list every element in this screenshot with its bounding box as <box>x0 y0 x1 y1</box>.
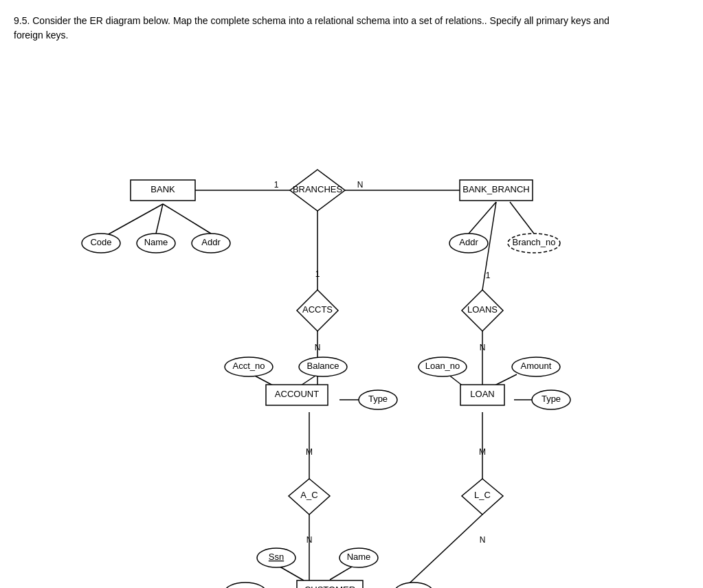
entity-account-label: ACCOUNT <box>274 389 318 399</box>
svg-line-20 <box>400 514 482 588</box>
attr-balance-label: Balance <box>306 361 339 371</box>
rel-loans-label: LOANS <box>467 304 497 315</box>
attr-code-label: Code <box>90 237 111 247</box>
er-diagram: BANK BANK_BRANCH BRANCHES ACCTS LOANS AC… <box>43 63 661 544</box>
attr-bank-addr-label: Addr <box>201 237 221 247</box>
card-lc-top-m: M <box>479 447 486 457</box>
card-loans-bottom-n: N <box>479 343 485 352</box>
attr-acct-no-label: Acct_no <box>232 361 265 371</box>
svg-line-3 <box>156 204 163 234</box>
rel-lc-label: L_C <box>474 490 491 500</box>
attr-account-type-label: Type <box>368 394 387 404</box>
card-branches-bankbranch-n: N <box>357 180 363 190</box>
attr-branch-addr-label: Addr <box>459 237 478 247</box>
card-accts-top-1: 1 <box>315 269 320 279</box>
attr-loan-no-label: Loan_no <box>425 361 460 371</box>
attr-ssn-label: Ssn <box>268 552 283 562</box>
rel-ac-label: A_C <box>300 490 317 500</box>
attr-loan-type-label: Type <box>541 394 560 404</box>
card-bank-branches-1: 1 <box>274 180 278 190</box>
svg-line-6 <box>510 202 534 234</box>
card-lc-bottom-n: N <box>479 535 485 545</box>
entity-bank-branch-label: BANK_BRANCH <box>462 184 530 194</box>
card-ac-top-m: M <box>306 447 313 457</box>
entity-customer-label: CUSTOMER <box>304 585 355 588</box>
entity-loan-label: LOAN <box>470 389 494 399</box>
card-ac-bottom-n: N <box>306 535 312 545</box>
attr-amount-label: Amount <box>520 361 551 371</box>
card-accts-bottom-n: N <box>314 343 320 352</box>
svg-line-4 <box>163 204 211 234</box>
rel-branches-label: BRANCHES <box>292 184 342 194</box>
card-bankbranch-loans-1: 1 <box>485 271 490 280</box>
attr-cust-name-label: Name <box>346 552 370 562</box>
entity-bank-label: BANK <box>150 184 175 194</box>
rel-accts-label: ACCTS <box>302 304 332 315</box>
attr-bank-name-label: Name <box>144 237 168 247</box>
question-text: 9.5. Consider the ER diagram below. Map … <box>14 14 632 43</box>
attr-branch-no-label: Branch_no <box>512 237 555 247</box>
